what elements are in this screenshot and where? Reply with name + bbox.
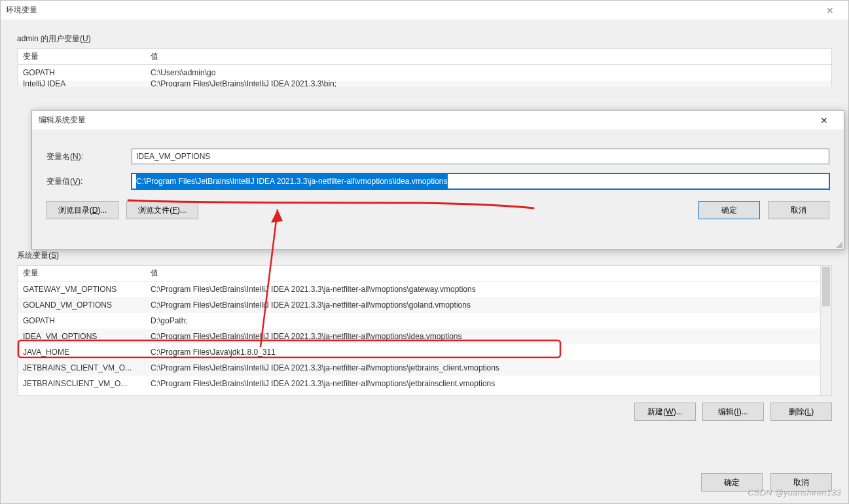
user-vars-table[interactable]: 变量 值 GOPATH C:\Users\admin\go IntelliJ I… [17, 48, 832, 86]
dialog-title-bar: 编辑系统变量 ✕ [32, 111, 844, 130]
var-value-field[interactable]: C:\Program Files\JetBrains\IntelliJ IDEA… [132, 173, 829, 189]
var-value-label: 变量值(V): [46, 176, 125, 187]
main-title-bar: 环境变量 ✕ [1, 1, 848, 20]
watermark: CSDN @yuanshiren133 [748, 488, 841, 497]
window-title: 环境变量 [6, 5, 37, 16]
col-val: 值 [145, 50, 831, 63]
scrollbar[interactable] [820, 266, 831, 395]
table-row[interactable]: JETBRAINS_CLIENT_VM_O...C:\Program Files… [18, 360, 820, 376]
table-row[interactable]: GATEWAY_VM_OPTIONSC:\Program Files\JetBr… [18, 281, 820, 297]
col-val: 值 [145, 266, 820, 280]
user-vars-label: admin 的用户变量(U) [1, 20, 848, 48]
dialog-buttons: 浏览目录(D)... 浏览文件(F)... 确定 取消 [32, 189, 844, 219]
table-header: 变量 值 [18, 266, 820, 281]
env-vars-window: 环境变量 ✕ admin 的用户变量(U) 变量 值 GOPATH C:\Use… [0, 0, 849, 504]
browse-file-button[interactable]: 浏览文件(F)... [126, 201, 198, 219]
sys-vars-table[interactable]: 变量 值 GATEWAY_VM_OPTIONSC:\Program Files\… [17, 265, 832, 396]
table-row[interactable]: IntelliJ IDEA C:\Program Files\JetBrains… [18, 81, 831, 87]
scroll-thumb[interactable] [822, 267, 830, 306]
delete-button[interactable]: 删除(L) [770, 403, 832, 421]
table-row[interactable]: JETBRAINSCLIENT_VM_O...C:\Program Files\… [18, 376, 820, 391]
browse-dir-button[interactable]: 浏览目录(D)... [46, 201, 118, 219]
close-icon[interactable]: ✕ [817, 1, 843, 20]
close-icon[interactable]: ✕ [811, 111, 837, 130]
var-name-label: 变量名(N): [46, 151, 125, 162]
ok-button[interactable]: 确定 [698, 201, 760, 219]
cancel-button[interactable]: 取消 [768, 201, 829, 219]
edit-sysvar-dialog: 编辑系统变量 ✕ 变量名(N): IDEA_VM_OPTIONS 变量值(V):… [31, 110, 844, 250]
edit-form: 变量名(N): IDEA_VM_OPTIONS 变量值(V): C:\Progr… [32, 130, 844, 189]
dialog-title: 编辑系统变量 [39, 115, 86, 126]
var-name-field[interactable]: IDEA_VM_OPTIONS [132, 149, 829, 164]
edit-button[interactable]: 编辑(I)... [702, 403, 764, 421]
table-row[interactable]: IDEA_VM_OPTIONSC:\Program Files\JetBrain… [18, 329, 820, 344]
table-header: 变量 值 [18, 49, 831, 65]
table-row[interactable]: GOPATH C:\Users\admin\go [18, 65, 831, 81]
table-row[interactable]: JAVA_HOMEC:\Program Files\Java\jdk1.8.0_… [18, 344, 820, 360]
table-row[interactable]: GOPATHD:\goPath; [18, 313, 820, 329]
sys-vars-buttons: 新建(W)... 编辑(I)... 删除(L) [1, 396, 848, 421]
table-row[interactable]: GOLAND_VM_OPTIONSC:\Program Files\JetBra… [18, 297, 820, 313]
col-var: 变量 [18, 266, 145, 280]
col-var: 变量 [18, 50, 145, 63]
new-button[interactable]: 新建(W)... [634, 403, 696, 421]
